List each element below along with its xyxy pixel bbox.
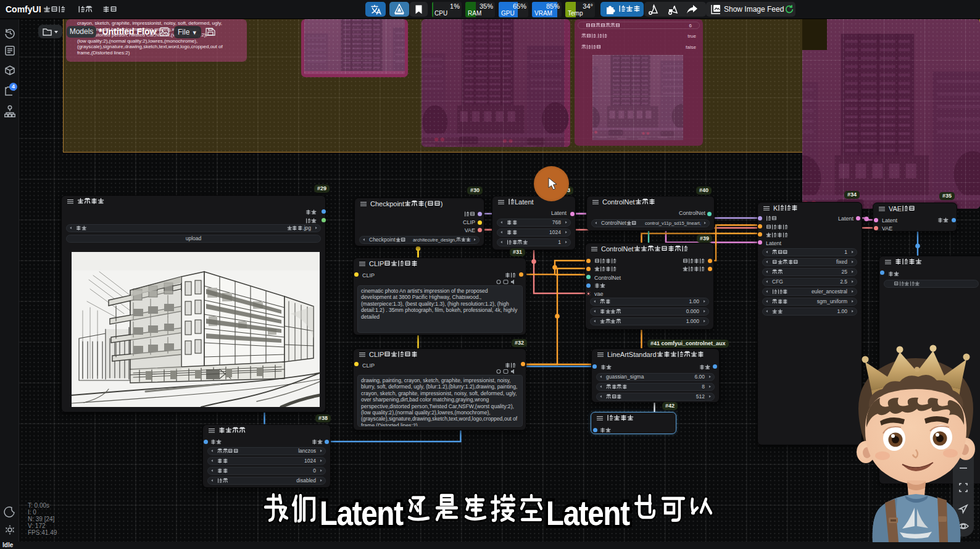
svg-text:Latent: Latent — [546, 493, 630, 532]
svg-text:Latent: Latent — [320, 493, 404, 532]
